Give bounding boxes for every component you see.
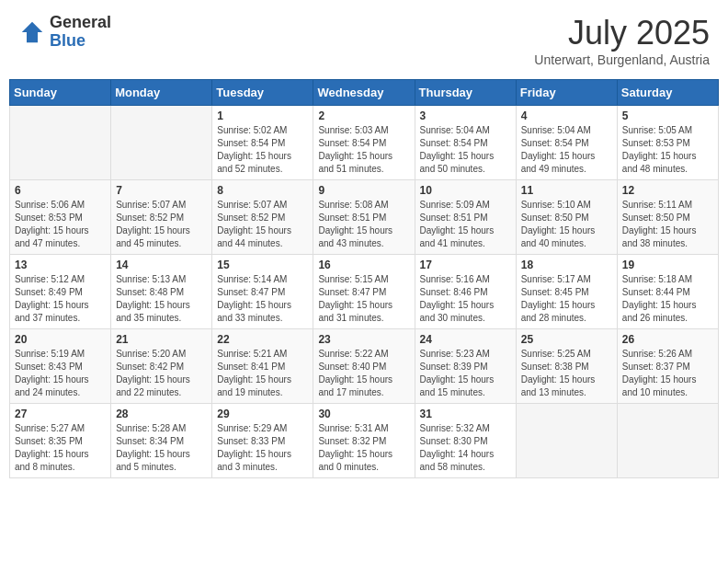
calendar-day-cell: 5Sunrise: 5:05 AMSunset: 8:53 PMDaylight… bbox=[617, 106, 718, 180]
day-number: 1 bbox=[217, 109, 308, 122]
day-detail: Sunrise: 5:05 AMSunset: 8:53 PMDaylight:… bbox=[622, 124, 713, 176]
weekday-header: Monday bbox=[111, 80, 212, 106]
day-detail: Sunrise: 5:04 AMSunset: 8:54 PMDaylight:… bbox=[521, 124, 612, 176]
day-detail: Sunrise: 5:22 AMSunset: 8:40 PMDaylight:… bbox=[318, 348, 409, 399]
calendar-table: SundayMondayTuesdayWednesdayThursdayFrid… bbox=[9, 79, 719, 478]
day-detail: Sunrise: 5:32 AMSunset: 8:30 PMDaylight:… bbox=[420, 422, 511, 474]
day-detail: Sunrise: 5:25 AMSunset: 8:38 PMDaylight:… bbox=[521, 348, 612, 399]
calendar-day-cell: 11Sunrise: 5:10 AMSunset: 8:50 PMDayligh… bbox=[516, 180, 617, 255]
day-detail: Sunrise: 5:21 AMSunset: 8:41 PMDaylight:… bbox=[217, 348, 308, 399]
calendar-day-cell: 17Sunrise: 5:16 AMSunset: 8:46 PMDayligh… bbox=[415, 255, 516, 329]
location-subtitle: Unterwart, Burgenland, Austria bbox=[534, 52, 710, 67]
calendar-day-cell: 10Sunrise: 5:09 AMSunset: 8:51 PMDayligh… bbox=[415, 180, 516, 255]
calendar-day-cell: 21Sunrise: 5:20 AMSunset: 8:42 PMDayligh… bbox=[111, 329, 212, 404]
day-number: 14 bbox=[116, 259, 207, 271]
weekday-header: Tuesday bbox=[212, 80, 313, 106]
day-number: 21 bbox=[116, 333, 207, 346]
day-number: 10 bbox=[420, 184, 511, 197]
calendar-day-cell: 16Sunrise: 5:15 AMSunset: 8:47 PMDayligh… bbox=[313, 255, 415, 329]
calendar-day-cell: 2Sunrise: 5:03 AMSunset: 8:54 PMDaylight… bbox=[313, 106, 415, 180]
calendar-day-cell: 1Sunrise: 5:02 AMSunset: 8:54 PMDaylight… bbox=[212, 106, 313, 180]
day-detail: Sunrise: 5:23 AMSunset: 8:39 PMDaylight:… bbox=[420, 348, 511, 399]
day-detail: Sunrise: 5:15 AMSunset: 8:47 PMDaylight:… bbox=[318, 273, 409, 325]
calendar-day-cell: 29Sunrise: 5:29 AMSunset: 8:33 PMDayligh… bbox=[212, 404, 313, 478]
calendar-day-cell: 8Sunrise: 5:07 AMSunset: 8:52 PMDaylight… bbox=[212, 180, 313, 255]
day-detail: Sunrise: 5:16 AMSunset: 8:46 PMDaylight:… bbox=[420, 273, 511, 325]
calendar-week-row: 1Sunrise: 5:02 AMSunset: 8:54 PMDaylight… bbox=[10, 106, 719, 180]
calendar-day-cell: 24Sunrise: 5:23 AMSunset: 8:39 PMDayligh… bbox=[415, 329, 516, 404]
day-number: 20 bbox=[15, 333, 106, 346]
day-number: 19 bbox=[622, 259, 713, 271]
logo-blue: Blue bbox=[50, 32, 111, 51]
day-detail: Sunrise: 5:02 AMSunset: 8:54 PMDaylight:… bbox=[217, 124, 308, 176]
calendar-day-cell: 27Sunrise: 5:27 AMSunset: 8:35 PMDayligh… bbox=[10, 404, 111, 478]
day-detail: Sunrise: 5:09 AMSunset: 8:51 PMDaylight:… bbox=[420, 199, 511, 250]
day-number: 2 bbox=[318, 109, 409, 122]
day-number: 27 bbox=[15, 408, 106, 420]
day-detail: Sunrise: 5:14 AMSunset: 8:47 PMDaylight:… bbox=[217, 273, 308, 325]
day-detail: Sunrise: 5:13 AMSunset: 8:48 PMDaylight:… bbox=[116, 273, 207, 325]
day-number: 18 bbox=[521, 259, 612, 271]
calendar-day-cell: 31Sunrise: 5:32 AMSunset: 8:30 PMDayligh… bbox=[415, 404, 516, 478]
calendar-day-cell: 12Sunrise: 5:11 AMSunset: 8:50 PMDayligh… bbox=[617, 180, 718, 255]
day-detail: Sunrise: 5:29 AMSunset: 8:33 PMDaylight:… bbox=[217, 422, 308, 474]
day-number: 24 bbox=[420, 333, 511, 346]
day-detail: Sunrise: 5:12 AMSunset: 8:49 PMDaylight:… bbox=[15, 273, 106, 325]
calendar-week-row: 13Sunrise: 5:12 AMSunset: 8:49 PMDayligh… bbox=[10, 255, 719, 329]
day-detail: Sunrise: 5:06 AMSunset: 8:53 PMDaylight:… bbox=[15, 199, 106, 250]
day-number: 28 bbox=[116, 408, 207, 420]
calendar-day-cell: 7Sunrise: 5:07 AMSunset: 8:52 PMDaylight… bbox=[111, 180, 212, 255]
calendar-week-row: 20Sunrise: 5:19 AMSunset: 8:43 PMDayligh… bbox=[10, 329, 719, 404]
day-number: 16 bbox=[318, 259, 409, 271]
day-detail: Sunrise: 5:10 AMSunset: 8:50 PMDaylight:… bbox=[521, 199, 612, 250]
day-number: 29 bbox=[217, 408, 308, 420]
day-detail: Sunrise: 5:17 AMSunset: 8:45 PMDaylight:… bbox=[521, 273, 612, 325]
weekday-header: Friday bbox=[516, 80, 617, 106]
day-detail: Sunrise: 5:26 AMSunset: 8:37 PMDaylight:… bbox=[622, 348, 713, 399]
svg-marker-0 bbox=[22, 22, 43, 43]
weekday-header-row: SundayMondayTuesdayWednesdayThursdayFrid… bbox=[10, 80, 719, 106]
day-number: 23 bbox=[318, 333, 409, 346]
calendar-day-cell: 23Sunrise: 5:22 AMSunset: 8:40 PMDayligh… bbox=[313, 329, 415, 404]
day-number: 9 bbox=[318, 184, 409, 197]
calendar-day-cell: 6Sunrise: 5:06 AMSunset: 8:53 PMDaylight… bbox=[10, 180, 111, 255]
calendar-day-cell bbox=[516, 404, 617, 478]
weekday-header: Wednesday bbox=[313, 80, 415, 106]
day-detail: Sunrise: 5:03 AMSunset: 8:54 PMDaylight:… bbox=[318, 124, 409, 176]
day-number: 30 bbox=[318, 408, 409, 420]
day-number: 8 bbox=[217, 184, 308, 197]
day-detail: Sunrise: 5:31 AMSunset: 8:32 PMDaylight:… bbox=[318, 422, 409, 474]
day-number: 26 bbox=[622, 333, 713, 346]
day-detail: Sunrise: 5:28 AMSunset: 8:34 PMDaylight:… bbox=[116, 422, 207, 474]
day-detail: Sunrise: 5:08 AMSunset: 8:51 PMDaylight:… bbox=[318, 199, 409, 250]
title-block: July 2025 Unterwart, Burgenland, Austria bbox=[534, 14, 710, 67]
weekday-header: Thursday bbox=[415, 80, 516, 106]
day-number: 25 bbox=[521, 333, 612, 346]
calendar-week-row: 27Sunrise: 5:27 AMSunset: 8:35 PMDayligh… bbox=[10, 404, 719, 478]
logo-icon bbox=[18, 18, 46, 46]
calendar-day-cell: 14Sunrise: 5:13 AMSunset: 8:48 PMDayligh… bbox=[111, 255, 212, 329]
calendar-day-cell bbox=[111, 106, 212, 180]
day-number: 17 bbox=[420, 259, 511, 271]
day-number: 12 bbox=[622, 184, 713, 197]
calendar-day-cell: 15Sunrise: 5:14 AMSunset: 8:47 PMDayligh… bbox=[212, 255, 313, 329]
calendar-day-cell: 30Sunrise: 5:31 AMSunset: 8:32 PMDayligh… bbox=[313, 404, 415, 478]
calendar-day-cell bbox=[617, 404, 718, 478]
calendar-day-cell bbox=[10, 106, 111, 180]
day-detail: Sunrise: 5:19 AMSunset: 8:43 PMDaylight:… bbox=[15, 348, 106, 399]
day-detail: Sunrise: 5:07 AMSunset: 8:52 PMDaylight:… bbox=[116, 199, 207, 250]
day-number: 7 bbox=[116, 184, 207, 197]
logo-general: General bbox=[50, 14, 111, 32]
day-number: 31 bbox=[420, 408, 511, 420]
day-detail: Sunrise: 5:27 AMSunset: 8:35 PMDaylight:… bbox=[15, 422, 106, 474]
day-detail: Sunrise: 5:07 AMSunset: 8:52 PMDaylight:… bbox=[217, 199, 308, 250]
calendar-day-cell: 26Sunrise: 5:26 AMSunset: 8:37 PMDayligh… bbox=[617, 329, 718, 404]
calendar-day-cell: 3Sunrise: 5:04 AMSunset: 8:54 PMDaylight… bbox=[415, 106, 516, 180]
calendar-day-cell: 13Sunrise: 5:12 AMSunset: 8:49 PMDayligh… bbox=[10, 255, 111, 329]
day-detail: Sunrise: 5:20 AMSunset: 8:42 PMDaylight:… bbox=[116, 348, 207, 399]
calendar-day-cell: 20Sunrise: 5:19 AMSunset: 8:43 PMDayligh… bbox=[10, 329, 111, 404]
calendar-day-cell: 18Sunrise: 5:17 AMSunset: 8:45 PMDayligh… bbox=[516, 255, 617, 329]
day-detail: Sunrise: 5:04 AMSunset: 8:54 PMDaylight:… bbox=[420, 124, 511, 176]
page-header: General Blue July 2025 Unterwart, Burgen… bbox=[9, 9, 719, 72]
logo: General Blue bbox=[18, 14, 111, 51]
